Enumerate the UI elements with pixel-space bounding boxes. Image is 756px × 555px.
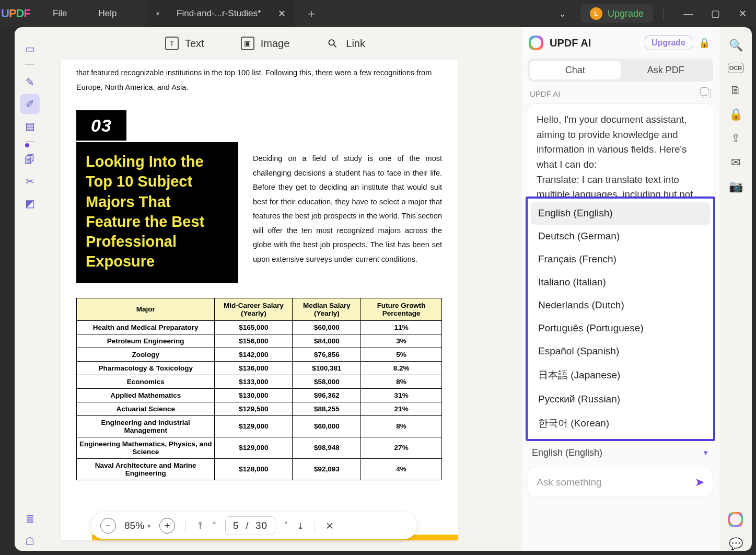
ai-sender-label: UPDF AI xyxy=(530,89,560,98)
form-icon[interactable]: ▤ xyxy=(20,116,40,136)
language-option[interactable]: Français (French) xyxy=(531,248,710,271)
link-icon: ⚲ xyxy=(323,34,343,53)
section-heading: Looking Into the Top 10 Subject Majors T… xyxy=(76,142,238,283)
zoom-value: 85% xyxy=(124,520,144,531)
ocr-icon[interactable]: OCR xyxy=(728,63,743,73)
maximize-button[interactable]: ▢ xyxy=(702,8,729,19)
layers-icon[interactable]: ≣ xyxy=(20,509,40,529)
ask-input[interactable]: Ask something ➤ xyxy=(528,468,713,497)
email-icon[interactable]: ✉ xyxy=(731,156,740,169)
page: that featured recognizable institutions … xyxy=(61,60,458,540)
table-row: Pharmacology & Toxicology$136,000$100,38… xyxy=(77,361,442,375)
table-header: Future Growth Percentage xyxy=(361,298,442,320)
edit-toolbar: T Text ▣ Image ⚲ Link xyxy=(45,27,521,60)
help-menu[interactable]: Help xyxy=(98,8,117,19)
close-button[interactable]: ✕ xyxy=(729,8,756,19)
table-header: Mid-Career Salary (Yearly) xyxy=(215,298,293,320)
redact-icon[interactable]: ◩ xyxy=(20,193,40,213)
copy-icon[interactable] xyxy=(702,89,711,98)
reader-mode-icon[interactable]: ▭ xyxy=(20,39,40,59)
language-option[interactable]: 日本語 (Japanese) xyxy=(531,363,710,388)
tab-dropdown-icon[interactable]: ▾ xyxy=(156,10,159,17)
close-bar-button[interactable]: ✕ xyxy=(325,520,334,532)
upgrade-button[interactable]: L Upgrade xyxy=(580,4,653,23)
active-indicator xyxy=(25,143,29,147)
lock-icon[interactable]: 🔒 xyxy=(699,37,710,49)
document-tab[interactable]: ▾ Find-and-...r-Studies* ✕ xyxy=(148,0,294,27)
new-tab-button[interactable]: ＋ xyxy=(306,6,317,21)
tab-ask-pdf[interactable]: Ask PDF xyxy=(621,61,712,79)
titlebar-dropdown-icon[interactable]: ⌄ xyxy=(559,9,566,19)
table-row: Zoology$142,000$76,8565% xyxy=(77,348,442,361)
last-page-button[interactable]: ⤓ xyxy=(297,521,304,531)
zoom-out-button[interactable]: − xyxy=(100,518,116,534)
image-tool[interactable]: ▣ Image xyxy=(241,37,290,50)
next-page-button[interactable]: ˅ xyxy=(284,521,288,531)
table-row: Petroleum Engineering$156,000$84,0003% xyxy=(77,334,442,348)
protect-icon[interactable]: 🔒 xyxy=(729,108,743,121)
highlighter-icon[interactable]: ✎ xyxy=(20,72,40,92)
comment-icon[interactable]: 💬 xyxy=(729,537,743,551)
page-current: 5 xyxy=(233,520,239,531)
convert-icon[interactable]: 🗎 xyxy=(730,84,741,97)
workspace: ▭ ✎ ✐ ▤ 🗐 ✂ ◩ ≣ ☖ T Text ▣ Image ⚲ Link xyxy=(15,27,752,551)
bookmark-icon[interactable]: ☖ xyxy=(20,531,40,551)
ai-toggle-icon[interactable] xyxy=(728,512,743,527)
ai-upgrade-button[interactable]: Upgrade xyxy=(645,36,692,50)
image-label: Image xyxy=(261,38,290,50)
page-indicator[interactable]: 5 / 30 xyxy=(225,516,275,535)
section-number: 03 xyxy=(76,110,126,141)
language-option[interactable]: Español (Spanish) xyxy=(531,340,710,363)
table-row: Actuarial Science$129,500$88,25521% xyxy=(77,402,442,415)
left-sidebar: ▭ ✎ ✐ ▤ 🗐 ✂ ◩ ≣ ☖ xyxy=(15,27,45,551)
user-avatar-icon: L xyxy=(590,7,602,20)
screenshot-icon[interactable]: 📷 xyxy=(729,180,743,193)
crop-icon[interactable]: ✂ xyxy=(20,171,40,191)
tab-chat[interactable]: Chat xyxy=(530,61,621,79)
language-option[interactable]: Português (Portuguese) xyxy=(531,317,710,340)
right-sidebar: 🔍 OCR 🗎 🔒 ⇪ ✉ 📷 💬 xyxy=(719,27,752,551)
divider xyxy=(664,7,664,20)
text-icon: T xyxy=(165,37,179,50)
ai-message: Hello, I'm your document assistant, aimi… xyxy=(527,103,714,198)
first-page-button[interactable]: ⤒ xyxy=(196,521,204,531)
ai-panel: UPDF AI Upgrade 🔒 Chat Ask PDF UPDF AI H… xyxy=(521,27,719,551)
search-icon[interactable]: 🔍 xyxy=(729,39,743,52)
minimize-button[interactable]: — xyxy=(674,8,702,19)
link-label: Link xyxy=(346,38,365,50)
majors-table: MajorMid-Career Salary (Yearly)Median Sa… xyxy=(76,298,442,480)
language-option[interactable]: Русский (Russian) xyxy=(531,388,710,411)
main-area: T Text ▣ Image ⚲ Link that featured reco… xyxy=(45,27,521,551)
file-menu[interactable]: File xyxy=(53,8,67,19)
ai-tabs: Chat Ask PDF xyxy=(528,59,713,82)
zoom-in-button[interactable]: + xyxy=(159,518,175,534)
link-tool[interactable]: ⚲ Link xyxy=(326,37,365,50)
edit-icon[interactable]: ✐ xyxy=(20,94,40,114)
chevron-down-icon: ▾ xyxy=(147,522,151,530)
ai-logo-icon xyxy=(529,36,543,50)
upgrade-label: Upgrade xyxy=(608,8,644,19)
share-icon[interactable]: ⇪ xyxy=(731,132,740,145)
send-icon[interactable]: ➤ xyxy=(695,476,704,489)
language-selected: English (English) xyxy=(532,447,602,458)
language-option[interactable]: Italiano (Italian) xyxy=(531,271,710,294)
pages-icon[interactable]: 🗐 xyxy=(20,149,40,169)
text-label: Text xyxy=(185,38,204,50)
tab-close-icon[interactable]: ✕ xyxy=(278,8,286,19)
image-icon: ▣ xyxy=(241,37,254,50)
chevron-down-icon: ▼ xyxy=(702,449,709,457)
language-select[interactable]: English (English) ▼ xyxy=(532,447,709,458)
table-header: Median Salary (Yearly) xyxy=(293,298,361,320)
zoom-level[interactable]: 85% ▾ xyxy=(124,520,151,531)
language-option[interactable]: 한국어 (Korean) xyxy=(531,411,710,436)
prev-page-button[interactable]: ˄ xyxy=(212,521,217,531)
document-viewport[interactable]: that featured recognizable institutions … xyxy=(45,60,521,551)
language-option[interactable]: Deutsch (German) xyxy=(531,225,710,248)
language-option[interactable]: English (English) xyxy=(531,202,710,225)
page-total: 30 xyxy=(255,520,267,531)
ai-title: UPDF AI xyxy=(550,37,591,49)
text-tool[interactable]: T Text xyxy=(165,37,204,50)
language-option[interactable]: Nederlands (Dutch) xyxy=(531,294,710,317)
table-header: Major xyxy=(77,298,215,320)
table-row: Engineering and Industrial Management$12… xyxy=(77,415,442,437)
